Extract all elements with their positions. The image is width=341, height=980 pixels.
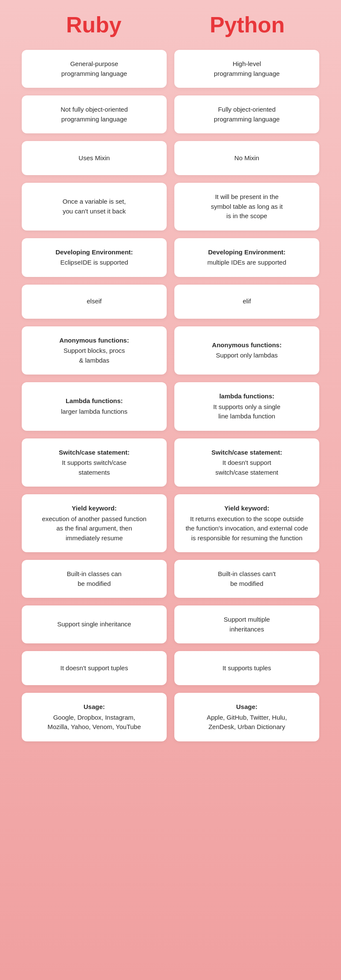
comparison-grid: General-purpose programming languageHigh… [9, 50, 332, 741]
ruby-bold-label-13: Usage: [29, 702, 159, 712]
ruby-card-text-8: Switch/case statement:It supports switch… [29, 448, 159, 478]
ruby-title: Ruby [17, 13, 170, 37]
ruby-card-text-7: Lambda functions:larger lambda functions [29, 396, 159, 416]
ruby-text-4: EclipseIDE is supported [60, 259, 128, 266]
python-text-1: Fully object-oriented programming langua… [214, 106, 280, 123]
python-card-text-13: Usage:Apple, GitHub, Twitter, Hulu, ZenD… [182, 702, 312, 732]
header-row: Ruby Python [9, 13, 332, 37]
python-card-3: It will be present in the symbol table a… [174, 183, 319, 231]
comparison-row: Switch/case statement:It supports switch… [9, 438, 332, 487]
python-text-4: multiple IDEs are supported [207, 259, 286, 266]
ruby-text-0: General-purpose programming language [61, 60, 127, 77]
ruby-text-7: larger lambda functions [61, 408, 127, 415]
ruby-text-11: Support single inheritance [57, 620, 131, 628]
python-bold-label-9: Yield keyword: [182, 504, 312, 513]
comparison-row: Support single inheritanceSupport multip… [9, 605, 332, 643]
ruby-card-13: Usage:Google, Dropbox, Instagram, Mozill… [22, 693, 167, 741]
comparison-row: Once a variable is set, you can't unset … [9, 183, 332, 231]
ruby-text-3: Once a variable is set, you can't unset … [63, 198, 126, 215]
ruby-text-5: elseif [87, 297, 101, 305]
ruby-card-1: Not fully object-oriented programming la… [22, 95, 167, 133]
ruby-card-8: Switch/case statement:It supports switch… [22, 438, 167, 487]
python-bold-label-8: Switch/case statement: [182, 448, 312, 458]
python-title: Python [170, 13, 324, 37]
ruby-card-text-13: Usage:Google, Dropbox, Instagram, Mozill… [29, 702, 159, 732]
ruby-card-text-4: Developing Environment:EclipseIDE is sup… [29, 248, 159, 268]
python-card-4: Developing Environment:multiple IDEs are… [174, 238, 319, 277]
comparison-row: elseifelif [9, 285, 332, 319]
ruby-card-text-5: elseif [29, 297, 159, 306]
ruby-bold-label-9: Yield keyword: [29, 504, 159, 513]
ruby-card-4: Developing Environment:EclipseIDE is sup… [22, 238, 167, 277]
python-text-7: It supports only a single line lambda fu… [213, 403, 280, 420]
ruby-text-9: execution of another passed function as … [42, 515, 146, 542]
python-text-12: It supports tuples [223, 664, 271, 672]
ruby-bold-label-6: Anonymous functions: [29, 336, 159, 346]
python-text-0: High-level programming language [214, 60, 280, 77]
python-card-8: Switch/case statement:It doesn't support… [174, 438, 319, 487]
python-card-text-12: It supports tuples [182, 663, 312, 673]
python-card-text-2: No Mixin [182, 153, 312, 163]
python-card-text-11: Support multiple inheritances [182, 615, 312, 634]
comparison-row: General-purpose programming languageHigh… [9, 50, 332, 88]
page-wrapper: Ruby Python General-purpose programming … [0, 0, 341, 758]
python-card-6: Anonymous functions:Support only lambdas [174, 326, 319, 375]
python-card-2: No Mixin [174, 141, 319, 175]
python-card-12: It supports tuples [174, 651, 319, 685]
python-card-text-0: High-level programming language [182, 59, 312, 78]
python-bold-label-7: lambda functions: [182, 392, 312, 401]
python-text-13: Apple, GitHub, Twitter, Hulu, ZenDesk, U… [207, 714, 287, 731]
python-text-10: Built-in classes can't be modified [218, 570, 275, 587]
python-text-8: It doesn't support switch/case statement [215, 459, 278, 476]
python-card-text-4: Developing Environment:multiple IDEs are… [182, 248, 312, 268]
ruby-card-text-2: Uses Mixin [29, 153, 159, 163]
ruby-card-text-10: Built-in classes can be modified [29, 569, 159, 588]
python-card-text-5: elif [182, 297, 312, 306]
python-card-10: Built-in classes can't be modified [174, 560, 319, 598]
comparison-row: Usage:Google, Dropbox, Instagram, Mozill… [9, 693, 332, 741]
python-card-0: High-level programming language [174, 50, 319, 88]
comparison-row: Uses MixinNo Mixin [9, 141, 332, 175]
ruby-card-text-1: Not fully object-oriented programming la… [29, 105, 159, 124]
comparison-row: Built-in classes can be modifiedBuilt-in… [9, 560, 332, 598]
ruby-card-10: Built-in classes can be modified [22, 560, 167, 598]
ruby-text-10: Built-in classes can be modified [67, 570, 121, 587]
python-card-11: Support multiple inheritances [174, 605, 319, 643]
python-card-5: elif [174, 285, 319, 319]
python-text-2: No Mixin [234, 154, 259, 161]
ruby-card-0: General-purpose programming language [22, 50, 167, 88]
python-text-5: elif [243, 297, 251, 305]
python-text-9: It returns execution to the scope outsid… [185, 515, 308, 542]
comparison-row: Not fully object-oriented programming la… [9, 95, 332, 133]
python-card-7: lambda functions:It supports only a sing… [174, 382, 319, 431]
ruby-text-6: Support blocks, procs & lambdas [64, 347, 125, 364]
ruby-card-text-12: It doesn't support tuples [29, 663, 159, 673]
ruby-card-3: Once a variable is set, you can't unset … [22, 183, 167, 231]
ruby-text-2: Uses Mixin [78, 154, 110, 161]
ruby-bold-label-7: Lambda functions: [29, 396, 159, 406]
ruby-card-text-3: Once a variable is set, you can't unset … [29, 197, 159, 216]
python-card-text-3: It will be present in the symbol table a… [182, 192, 312, 221]
comparison-row: Yield keyword:execution of another passe… [9, 494, 332, 552]
ruby-bold-label-8: Switch/case statement: [29, 448, 159, 458]
ruby-card-9: Yield keyword:execution of another passe… [22, 494, 167, 552]
ruby-text-1: Not fully object-oriented programming la… [61, 106, 128, 123]
ruby-card-text-9: Yield keyword:execution of another passe… [29, 504, 159, 543]
comparison-row: Developing Environment:EclipseIDE is sup… [9, 238, 332, 277]
ruby-card-2: Uses Mixin [22, 141, 167, 175]
python-bold-label-4: Developing Environment: [182, 248, 312, 257]
ruby-text-12: It doesn't support tuples [61, 664, 128, 672]
ruby-text-13: Google, Dropbox, Instagram, Mozilla, Yah… [47, 714, 141, 731]
python-card-text-8: Switch/case statement:It doesn't support… [182, 448, 312, 478]
python-text-3: It will be present in the symbol table a… [211, 193, 283, 219]
ruby-bold-label-4: Developing Environment: [29, 248, 159, 257]
comparison-row: It doesn't support tuplesIt supports tup… [9, 651, 332, 685]
ruby-card-text-11: Support single inheritance [29, 620, 159, 629]
comparison-row: Lambda functions:larger lambda functions… [9, 382, 332, 431]
ruby-card-text-0: General-purpose programming language [29, 59, 159, 78]
python-text-11: Support multiple inheritances [224, 616, 270, 633]
ruby-card-11: Support single inheritance [22, 605, 167, 643]
comparison-row: Anonymous functions:Support blocks, proc… [9, 326, 332, 375]
python-card-text-10: Built-in classes can't be modified [182, 569, 312, 588]
ruby-card-6: Anonymous functions:Support blocks, proc… [22, 326, 167, 375]
